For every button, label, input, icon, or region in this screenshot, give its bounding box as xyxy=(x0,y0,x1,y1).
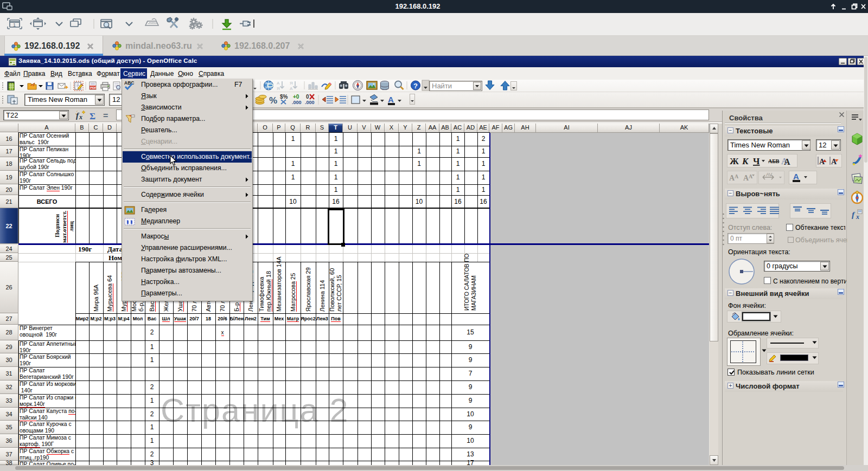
svg-text:AV: AV xyxy=(766,172,772,177)
svg-text:A: A xyxy=(793,172,799,181)
svg-text:Я: Я xyxy=(290,81,293,86)
svg-text:Ж: Ж xyxy=(730,156,739,166)
svg-text:=: = xyxy=(103,111,108,120)
svg-text:1: 1 xyxy=(13,22,16,28)
svg-text:x: x xyxy=(856,213,859,221)
svg-text:?: ? xyxy=(413,82,418,90)
svg-text:А: А xyxy=(277,81,280,86)
svg-text:А: А xyxy=(831,158,837,166)
svg-text:x: x xyxy=(79,113,82,121)
svg-text:А: А xyxy=(749,173,753,179)
svg-text:0: 0 xyxy=(306,94,309,100)
svg-text:Я: Я xyxy=(277,86,280,91)
svg-text:Ч: Ч xyxy=(753,156,760,166)
svg-text:А: А xyxy=(784,157,790,166)
svg-text:Σ: Σ xyxy=(90,111,95,121)
svg-text:.000: .000 xyxy=(292,100,302,105)
svg-text:+0: +0 xyxy=(293,94,299,100)
svg-text:f: f xyxy=(852,210,856,219)
svg-text:А: А xyxy=(290,86,293,91)
svg-text:А: А xyxy=(735,173,739,179)
svg-text:ABC: ABC xyxy=(124,80,134,86)
svg-text:.000: .000 xyxy=(305,100,315,105)
svg-text:АБВ: АБВ xyxy=(768,158,780,164)
svg-text:PDF: PDF xyxy=(90,86,97,89)
svg-text:К: К xyxy=(742,156,749,166)
svg-text:A: A xyxy=(388,95,394,104)
svg-text:$%: $% xyxy=(280,94,288,100)
svg-text:%: % xyxy=(269,95,277,106)
